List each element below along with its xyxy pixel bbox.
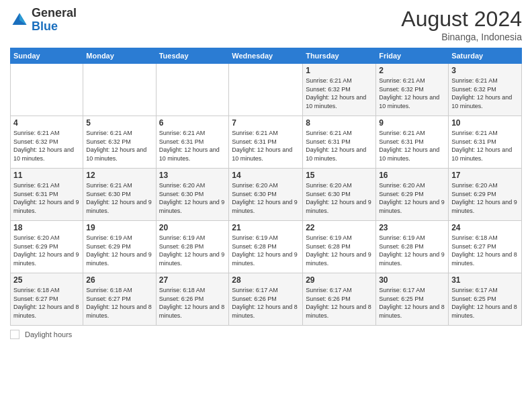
- day-number: 30: [379, 275, 445, 285]
- day-number: 3: [451, 66, 519, 75]
- day-number: 7: [232, 118, 300, 128]
- table-row: 23Sunrise: 6:19 AMSunset: 6:28 PMDayligh…: [376, 221, 449, 273]
- table-row: 27Sunrise: 6:18 AMSunset: 6:26 PMDayligh…: [156, 273, 229, 326]
- day-info: Sunrise: 6:18 AMSunset: 6:27 PMDaylight:…: [451, 234, 519, 267]
- table-row: 3Sunrise: 6:21 AMSunset: 6:32 PMDaylight…: [449, 64, 522, 116]
- week-row-5: 25Sunrise: 6:18 AMSunset: 6:27 PMDayligh…: [11, 273, 522, 326]
- calendar-header-row: Sunday Monday Tuesday Wednesday Thursday…: [11, 48, 522, 64]
- day-number: 19: [86, 223, 152, 232]
- table-row: 12Sunrise: 6:21 AMSunset: 6:30 PMDayligh…: [83, 169, 156, 221]
- table-row: 11Sunrise: 6:21 AMSunset: 6:31 PMDayligh…: [11, 169, 83, 221]
- day-number: 21: [232, 223, 300, 232]
- table-row: 28Sunrise: 6:17 AMSunset: 6:26 PMDayligh…: [229, 273, 303, 326]
- table-row: 25Sunrise: 6:18 AMSunset: 6:27 PMDayligh…: [11, 273, 83, 326]
- col-thursday: Thursday: [303, 48, 376, 64]
- day-info: Sunrise: 6:21 AMSunset: 6:31 PMDaylight:…: [232, 129, 300, 163]
- day-number: 17: [451, 171, 519, 180]
- day-number: 25: [13, 275, 80, 285]
- table-row: 6Sunrise: 6:21 AMSunset: 6:31 PMDaylight…: [156, 116, 229, 169]
- table-row: 8Sunrise: 6:21 AMSunset: 6:31 PMDaylight…: [303, 116, 376, 169]
- day-number: 8: [306, 118, 373, 128]
- day-info: Sunrise: 6:21 AMSunset: 6:30 PMDaylight:…: [86, 181, 152, 215]
- day-number: 23: [379, 223, 445, 232]
- day-info: Sunrise: 6:17 AMSunset: 6:26 PMDaylight:…: [306, 286, 373, 320]
- month-year: August 2024: [401, 7, 522, 32]
- table-row: [83, 64, 156, 116]
- day-info: Sunrise: 6:17 AMSunset: 6:25 PMDaylight:…: [379, 286, 445, 320]
- day-info: Sunrise: 6:17 AMSunset: 6:25 PMDaylight:…: [451, 286, 519, 320]
- table-row: 7Sunrise: 6:21 AMSunset: 6:31 PMDaylight…: [229, 116, 303, 169]
- day-number: 29: [306, 275, 373, 285]
- table-row: 24Sunrise: 6:18 AMSunset: 6:27 PMDayligh…: [449, 221, 522, 273]
- day-info: Sunrise: 6:20 AMSunset: 6:30 PMDaylight:…: [306, 181, 373, 215]
- day-number: 2: [379, 66, 445, 75]
- day-info: Sunrise: 6:19 AMSunset: 6:28 PMDaylight:…: [306, 234, 373, 267]
- logo-text: General Blue: [32, 7, 77, 34]
- table-row: 26Sunrise: 6:18 AMSunset: 6:27 PMDayligh…: [83, 273, 156, 326]
- day-info: Sunrise: 6:18 AMSunset: 6:26 PMDaylight:…: [159, 286, 226, 320]
- logo-general: General: [32, 6, 77, 19]
- day-info: Sunrise: 6:21 AMSunset: 6:32 PMDaylight:…: [306, 77, 373, 110]
- day-info: Sunrise: 6:21 AMSunset: 6:32 PMDaylight:…: [86, 129, 152, 163]
- header: General Blue August 2024 Binanga, Indone…: [10, 7, 522, 42]
- day-number: 13: [159, 171, 226, 180]
- day-info: Sunrise: 6:21 AMSunset: 6:32 PMDaylight:…: [451, 77, 519, 110]
- day-number: 18: [13, 223, 80, 232]
- day-number: 27: [159, 275, 226, 285]
- day-info: Sunrise: 6:20 AMSunset: 6:29 PMDaylight:…: [451, 181, 519, 215]
- table-row: 21Sunrise: 6:19 AMSunset: 6:28 PMDayligh…: [229, 221, 303, 273]
- table-row: 4Sunrise: 6:21 AMSunset: 6:32 PMDaylight…: [11, 116, 83, 169]
- day-info: Sunrise: 6:19 AMSunset: 6:28 PMDaylight:…: [159, 234, 226, 267]
- logo-blue: Blue: [32, 19, 58, 33]
- table-row: 19Sunrise: 6:19 AMSunset: 6:29 PMDayligh…: [83, 221, 156, 273]
- table-row: 18Sunrise: 6:20 AMSunset: 6:29 PMDayligh…: [11, 221, 83, 273]
- day-number: 6: [159, 118, 226, 128]
- table-row: 2Sunrise: 6:21 AMSunset: 6:32 PMDaylight…: [376, 64, 449, 116]
- logo: General Blue: [10, 7, 77, 34]
- day-info: Sunrise: 6:19 AMSunset: 6:28 PMDaylight:…: [232, 234, 300, 267]
- day-number: 26: [86, 275, 152, 285]
- day-info: Sunrise: 6:18 AMSunset: 6:27 PMDaylight:…: [13, 286, 80, 320]
- day-number: 14: [232, 171, 300, 180]
- week-row-1: 1Sunrise: 6:21 AMSunset: 6:32 PMDaylight…: [11, 64, 522, 116]
- table-row: [229, 64, 303, 116]
- day-number: 20: [159, 223, 226, 232]
- week-row-3: 11Sunrise: 6:21 AMSunset: 6:31 PMDayligh…: [11, 169, 522, 221]
- day-info: Sunrise: 6:21 AMSunset: 6:31 PMDaylight:…: [13, 181, 80, 215]
- day-number: 5: [86, 118, 152, 128]
- day-info: Sunrise: 6:18 AMSunset: 6:27 PMDaylight:…: [86, 286, 152, 320]
- table-row: 15Sunrise: 6:20 AMSunset: 6:30 PMDayligh…: [303, 169, 376, 221]
- logo-icon: [10, 11, 29, 30]
- table-row: 22Sunrise: 6:19 AMSunset: 6:28 PMDayligh…: [303, 221, 376, 273]
- day-number: 31: [451, 275, 519, 285]
- day-info: Sunrise: 6:21 AMSunset: 6:31 PMDaylight:…: [159, 129, 226, 163]
- day-number: 1: [306, 66, 373, 75]
- col-saturday: Saturday: [449, 48, 522, 64]
- day-number: 15: [306, 171, 373, 180]
- day-number: 12: [86, 171, 152, 180]
- table-row: 16Sunrise: 6:20 AMSunset: 6:29 PMDayligh…: [376, 169, 449, 221]
- page: General Blue August 2024 Binanga, Indone…: [0, 0, 532, 411]
- day-info: Sunrise: 6:21 AMSunset: 6:31 PMDaylight:…: [451, 129, 519, 163]
- table-row: 10Sunrise: 6:21 AMSunset: 6:31 PMDayligh…: [449, 116, 522, 169]
- calendar-table: Sunday Monday Tuesday Wednesday Thursday…: [10, 48, 522, 326]
- table-row: 14Sunrise: 6:20 AMSunset: 6:30 PMDayligh…: [229, 169, 303, 221]
- week-row-2: 4Sunrise: 6:21 AMSunset: 6:32 PMDaylight…: [11, 116, 522, 169]
- title-block: August 2024 Binanga, Indonesia: [401, 7, 522, 42]
- day-number: 4: [13, 118, 80, 128]
- day-number: 9: [379, 118, 445, 128]
- table-row: 13Sunrise: 6:20 AMSunset: 6:30 PMDayligh…: [156, 169, 229, 221]
- table-row: [11, 64, 83, 116]
- day-info: Sunrise: 6:20 AMSunset: 6:29 PMDaylight:…: [13, 234, 80, 267]
- day-info: Sunrise: 6:19 AMSunset: 6:29 PMDaylight:…: [86, 234, 152, 267]
- day-number: 24: [451, 223, 519, 232]
- table-row: 31Sunrise: 6:17 AMSunset: 6:25 PMDayligh…: [449, 273, 522, 326]
- day-info: Sunrise: 6:21 AMSunset: 6:31 PMDaylight:…: [306, 129, 373, 163]
- table-row: 20Sunrise: 6:19 AMSunset: 6:28 PMDayligh…: [156, 221, 229, 273]
- day-info: Sunrise: 6:17 AMSunset: 6:26 PMDaylight:…: [232, 286, 300, 320]
- col-sunday: Sunday: [11, 48, 83, 64]
- day-number: 11: [13, 171, 80, 180]
- col-tuesday: Tuesday: [156, 48, 229, 64]
- week-row-4: 18Sunrise: 6:20 AMSunset: 6:29 PMDayligh…: [11, 221, 522, 273]
- day-info: Sunrise: 6:20 AMSunset: 6:30 PMDaylight:…: [159, 181, 226, 215]
